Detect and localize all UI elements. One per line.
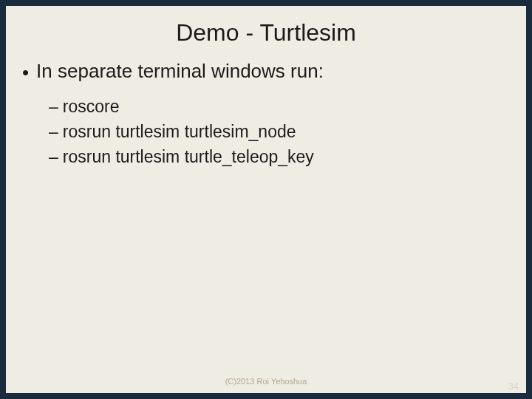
slide-container: Demo - Turtlesim • In separate terminal … xyxy=(6,6,526,393)
sublist: – roscore – rosrun turtlesim turtlesim_n… xyxy=(22,96,526,168)
dash-marker: – xyxy=(49,121,58,143)
bullet-level-2: – roscore xyxy=(49,96,526,118)
bullet-level-1: • In separate terminal windows run: xyxy=(22,60,526,84)
bullet-level-2: – rosrun turtlesim turtle_teleop_key xyxy=(49,146,526,168)
subbullet-text: rosrun turtlesim turtle_teleop_key xyxy=(63,146,314,168)
dash-marker: – xyxy=(49,96,58,118)
subbullet-text: rosrun turtlesim turtlesim_node xyxy=(63,121,296,143)
slide-title: Demo - Turtlesim xyxy=(6,6,526,60)
page-number: 34 xyxy=(508,381,519,392)
subbullet-text: roscore xyxy=(63,96,120,118)
footer: (C)2013 Roi Yehoshua xyxy=(6,377,526,386)
bullet-level-2: – rosrun turtlesim turtlesim_node xyxy=(49,121,526,143)
slide-content: • In separate terminal windows run: – ro… xyxy=(6,60,526,168)
dash-marker: – xyxy=(49,146,58,168)
bullet-text: In separate terminal windows run: xyxy=(36,60,324,83)
bullet-marker: • xyxy=(22,61,29,84)
copyright-text: (C)2013 Roi Yehoshua xyxy=(225,377,307,386)
